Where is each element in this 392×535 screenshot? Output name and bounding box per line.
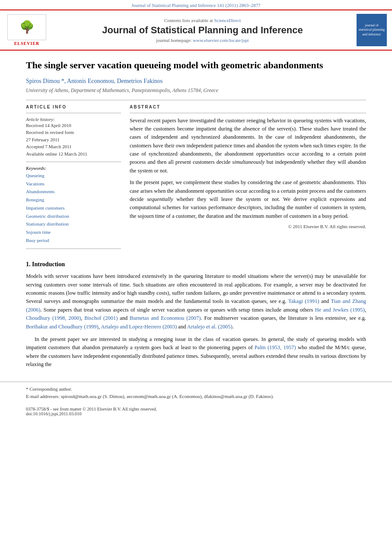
available-date: Available online 12 March 2011 <box>26 150 121 158</box>
paper-section: The single server vacation queueing mode… <box>0 51 392 257</box>
received-date: Received 14 April 2010 <box>26 122 121 129</box>
article-info-col: ARTICLE INFO Article history: Received 1… <box>26 105 121 253</box>
copyright-notice: © 2011 Elsevier B.V. All rights reserved… <box>130 224 366 229</box>
keywords-section: Keywords: Queueing Vacations Abandonment… <box>26 166 121 244</box>
ref-artalejo-lopez[interactable]: Artalejo and Lopez-Herrero (2003) <box>101 324 177 330</box>
paper-title: The single server vacation queueing mode… <box>26 59 366 72</box>
paper-authors: Spiros Dimou *, Antonis Economou, Demetr… <box>26 78 366 85</box>
journal-thumbnail: journal ofstatistical planningand infere… <box>357 14 387 46</box>
ref-he-jewkes[interactable]: He and Jewkes (1995) <box>315 307 365 313</box>
intro-text: Models with server vacations have been i… <box>26 272 366 369</box>
ref-artalejo-etal[interactable]: Artalejo et al. (2005) <box>187 324 233 330</box>
article-columns: ARTICLE INFO Article history: Received 1… <box>26 105 366 253</box>
abstract-col: ABSTRACT Several recent papers have inve… <box>130 105 366 253</box>
article-info-header: ARTICLE INFO <box>26 105 121 109</box>
accepted-date: Accepted 7 March 2011 <box>26 143 121 150</box>
abstract-text: Several recent papers have investigated … <box>130 117 366 221</box>
journal-homepage: journal homepage: www.elsevier.com/locat… <box>53 38 352 43</box>
elsevier-text: ELSEVIER <box>14 41 40 46</box>
keyword-impatient: Impatient customers <box>26 204 121 212</box>
sciencedirect-link[interactable]: ScienceDirect <box>214 18 241 23</box>
abstract-para1: Several recent papers have investigated … <box>130 117 366 175</box>
journal-main-title: Journal of Statistical Planning and Infe… <box>53 25 352 36</box>
elsevier-logo: 🌳 ELSEVIER <box>5 14 48 46</box>
ref-takagi[interactable]: Takagi (1991) <box>288 298 319 304</box>
divider-info <box>26 113 121 113</box>
article-history: Article history: Received 14 April 2010 … <box>26 117 121 158</box>
keyword-vacations: Vacations <box>26 180 121 188</box>
introduction-section: 1. Introduction Models with server vacat… <box>0 257 392 377</box>
keyword-geometric: Geometric distribution <box>26 212 121 220</box>
divider-abstract <box>130 113 366 113</box>
journal-reference: Journal of Statistical Planning and Infe… <box>0 0 392 10</box>
abstract-header: ABSTRACT <box>130 105 366 109</box>
footer-issn: 0378-3758/$ - see front matter © 2011 El… <box>26 407 366 411</box>
ref-borthakur[interactable]: Borthakur and Choudhury (1999) <box>26 324 99 330</box>
divider <box>26 100 366 100</box>
tree-icon: 🌳 <box>19 21 35 33</box>
keyword-busy: Busy period <box>26 236 121 245</box>
logo-image: 🌳 <box>7 14 46 40</box>
contents-line: Contents lists available at ScienceDirec… <box>53 18 352 23</box>
divider-end <box>26 248 121 249</box>
keyword-reneging: Reneging <box>26 196 121 204</box>
keywords-label: Keywords: <box>26 166 121 171</box>
ref-choudhury[interactable]: Choudhury (1998, 2000) <box>26 315 81 321</box>
divider-kw <box>26 162 121 162</box>
homepage-link[interactable]: www.elsevier.com/locate/jspi <box>193 38 249 43</box>
journal-header: 🌳 ELSEVIER Contents lists available at S… <box>0 10 392 51</box>
footer-doi: doi:10.1016/j.jspi.2011.03.010 <box>26 411 366 416</box>
journal-title-block: Contents lists available at ScienceDirec… <box>53 18 352 43</box>
ref-palm[interactable]: Palm (1953, 1957) <box>255 344 296 350</box>
ref-bischof[interactable]: Bischof (2001) <box>84 315 118 321</box>
italic-sequentially: sequentially <box>147 196 173 202</box>
intro-heading: 1. Introduction <box>26 261 366 268</box>
intro-para2: In the present paper we are interested i… <box>26 335 366 369</box>
journal-ref-text: Journal of Statistical Planning and Infe… <box>131 3 260 8</box>
intro-para1: Models with server vacations have been i… <box>26 272 366 331</box>
footer-bar: 0378-3758/$ - see front matter © 2011 El… <box>0 405 392 418</box>
paper-affiliation: University of Athens, Department of Math… <box>26 87 366 94</box>
ref-burnetas[interactable]: Burnetas and Economou (2007) <box>130 315 201 321</box>
keyword-queueing: Queueing <box>26 172 121 180</box>
revised-date: 27 February 2011 <box>26 136 121 143</box>
history-label: Article history: <box>26 117 121 122</box>
keyword-stationary: Stationary distribution <box>26 220 121 228</box>
italic-simultaneously: simultaneously <box>232 159 265 165</box>
abstract-para2: In the present paper, we complement thes… <box>130 178 366 220</box>
keyword-abandonments: Abandonments <box>26 188 121 196</box>
revised-label: Received in revised form <box>26 129 121 136</box>
keyword-sojourn: Sojourn time <box>26 228 121 236</box>
footnote-section: * Corresponding author. E-mail addresses… <box>0 382 392 403</box>
footnote-corresponding: * Corresponding author. E-mail addresses… <box>26 385 366 400</box>
